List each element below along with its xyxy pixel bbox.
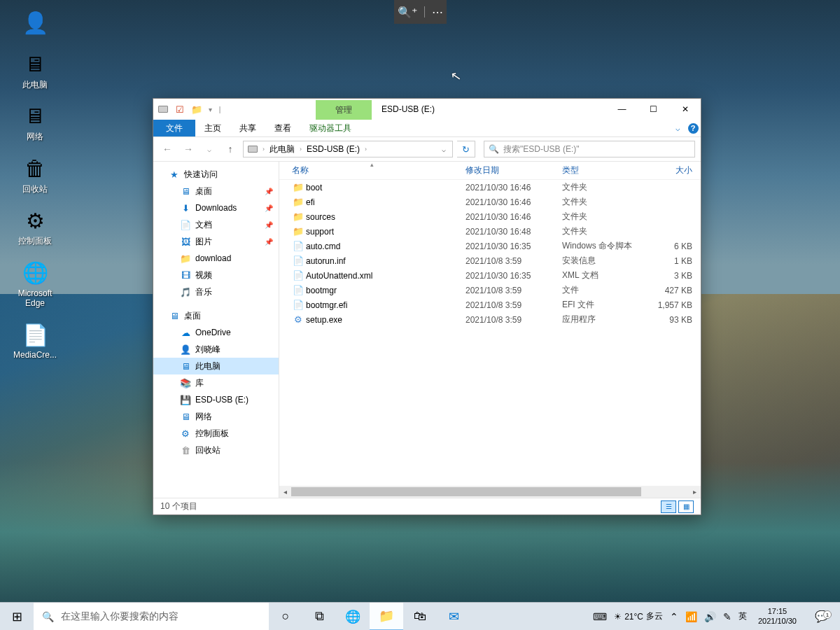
nav-item-回收站[interactable]: 🗑回收站 xyxy=(153,442,279,458)
nav-quick-access[interactable]: ★快速访问 xyxy=(153,166,279,183)
help-button[interactable]: ? xyxy=(685,120,701,136)
ime-icon[interactable]: ✎ xyxy=(723,611,732,622)
horizontal-scrollbar[interactable]: ◂ ▸ xyxy=(279,486,701,498)
chevron-right-icon[interactable]: › xyxy=(260,146,267,153)
tab-home[interactable]: 主页 xyxy=(195,120,230,136)
titlebar[interactable]: ☑ 📁 ▾ | 管理 ESD-USB (E:) — ☐ ✕ xyxy=(153,99,701,120)
tab-file[interactable]: 文件 xyxy=(153,120,195,136)
nav-item-控制面板[interactable]: ⚙控制面板 xyxy=(153,425,279,442)
file-row[interactable]: 📄 auto.cmd 2021/10/30 16:35 Windows 命令脚本… xyxy=(279,239,701,253)
weather-widget[interactable]: ☀ 21°C 多云 xyxy=(614,610,663,622)
nav-item-音乐[interactable]: 🎵音乐 xyxy=(153,284,279,300)
file-row[interactable]: 📄 AutoUnattend.xml 2021/10/30 16:35 XML … xyxy=(279,268,701,283)
clock[interactable]: 17:15 2021/10/30 xyxy=(754,607,801,625)
file-row[interactable]: 📄 bootmgr 2021/10/8 3:59 文件 427 KB xyxy=(279,283,701,298)
nav-item-label: 网络 xyxy=(195,411,212,423)
column-type[interactable]: 类型 xyxy=(562,164,646,176)
tab-drive-tools[interactable]: 驱动器工具 xyxy=(300,120,360,136)
desktop-icon-edge[interactable]: 🌐Microsoft Edge xyxy=(10,259,59,309)
file-row[interactable]: ⚙ setup.exe 2021/10/8 3:59 应用程序 93 KB xyxy=(279,312,701,327)
qat-dropdown-icon[interactable]: ▾ xyxy=(206,106,214,113)
taskbar-edge-icon[interactable]: 🌐 xyxy=(336,603,370,631)
details-view-button[interactable]: ☰ xyxy=(661,500,676,513)
desktop-icon-media-creation[interactable]: 📄MediaCre... xyxy=(10,321,59,360)
nav-item-label: ESD-USB (E:) xyxy=(195,395,248,405)
address-bar[interactable]: › 此电脑 › ESD-USB (E:) › ⌵ xyxy=(243,141,453,158)
file-row[interactable]: 📄 autorun.inf 2021/10/8 3:59 安装信息 1 KB xyxy=(279,253,701,268)
search-input[interactable]: 🔍 搜索"ESD-USB (E:)" xyxy=(484,141,695,158)
clock-date: 2021/10/30 xyxy=(758,617,797,626)
file-row[interactable]: 📁 sources 2021/10/30 16:46 文件夹 xyxy=(279,209,701,224)
back-button[interactable]: ← xyxy=(159,141,176,158)
nav-item-ESD-USB (E:)[interactable]: 💾ESD-USB (E:) xyxy=(153,391,279,408)
file-row[interactable]: 📁 efi 2021/10/30 16:46 文件夹 xyxy=(279,195,701,209)
tab-share[interactable]: 共享 xyxy=(230,120,265,136)
properties-icon[interactable]: ☑ xyxy=(173,102,187,116)
nav-item-桌面[interactable]: 🖥桌面📌 xyxy=(153,183,279,200)
nav-item-网络[interactable]: 🖥网络 xyxy=(153,408,279,425)
address-dropdown-icon[interactable]: ⌵ xyxy=(437,146,451,153)
window-title: ESD-USB (E:) xyxy=(382,104,435,114)
column-size[interactable]: 大小 xyxy=(646,164,701,176)
file-row[interactable]: 📄 bootmgr.efi 2021/10/8 3:59 EFI 文件 1,95… xyxy=(279,298,701,312)
history-dropdown-icon[interactable]: ⌵ xyxy=(201,141,218,158)
desktop-icon-user-folder[interactable]: 👤 xyxy=(10,8,59,38)
action-center-button[interactable]: 💬1 xyxy=(808,610,836,623)
new-folder-icon[interactable]: 📁 xyxy=(190,102,204,116)
ime-language[interactable]: 英 xyxy=(738,610,747,622)
chevron-right-icon[interactable]: › xyxy=(298,146,304,153)
column-date[interactable]: 修改日期 xyxy=(465,164,562,176)
taskbar-store-icon[interactable]: 🛍 xyxy=(403,603,437,631)
file-size: 1 KB xyxy=(646,256,701,266)
ribbon-collapse-icon[interactable]: ⌵ xyxy=(670,120,685,136)
touch-keyboard-icon[interactable]: ⌨ xyxy=(593,611,607,622)
nav-item-库[interactable]: 📚库 xyxy=(153,374,279,391)
item-count: 10 个项目 xyxy=(160,500,197,512)
forward-button[interactable]: → xyxy=(180,141,197,158)
desktop-icon-network[interactable]: 🖥网络 xyxy=(10,102,59,141)
taskbar-mail-icon[interactable]: ✉ xyxy=(437,603,470,631)
nav-item-文档[interactable]: 📄文档📌 xyxy=(153,216,279,233)
file-row[interactable]: 📁 boot 2021/10/30 16:46 文件夹 xyxy=(279,180,701,195)
file-date: 2021/10/30 16:35 xyxy=(465,271,562,281)
desktop-icon-recycle-bin[interactable]: 🗑回收站 xyxy=(10,155,59,194)
up-button[interactable]: ↑ xyxy=(222,141,239,158)
desktop-icon-control-panel[interactable]: ⚙控制面板 xyxy=(10,206,59,246)
task-view-button[interactable]: ⧉ xyxy=(302,603,336,631)
nav-item-download[interactable]: 📁download xyxy=(153,250,279,267)
volume-icon[interactable]: 🔊 xyxy=(704,611,716,622)
minimize-button[interactable]: — xyxy=(606,99,638,120)
breadcrumb-segment[interactable]: ESD-USB (E:) xyxy=(304,144,363,154)
desktop-icon-this-pc[interactable]: 🖥此电脑 xyxy=(10,50,59,90)
taskbar-search-input[interactable]: 🔍 在这里输入你要搜索的内容 xyxy=(34,603,269,631)
nav-item-Downloads[interactable]: ⬇Downloads📌 xyxy=(153,200,279,216)
scroll-right-icon[interactable]: ▸ xyxy=(689,488,701,496)
control-panel-icon: ⚙ xyxy=(21,206,49,234)
icons-view-button[interactable]: ▦ xyxy=(678,500,694,513)
nav-desktop[interactable]: 🖥桌面 xyxy=(153,307,279,324)
start-button[interactable]: ⊞ xyxy=(0,603,34,631)
nav-item-视频[interactable]: 🎞视频 xyxy=(153,267,279,284)
file-row[interactable]: 📁 support 2021/10/30 16:48 文件夹 xyxy=(279,224,701,239)
taskbar-explorer-icon[interactable]: 📁 xyxy=(370,603,403,631)
close-button[interactable]: ✕ xyxy=(669,99,701,120)
maximize-button[interactable]: ☐ xyxy=(638,99,669,120)
tab-view[interactable]: 查看 xyxy=(265,120,300,136)
nav-item-此电脑[interactable]: 🖥此电脑 xyxy=(153,358,279,374)
refresh-button[interactable]: ↻ xyxy=(457,141,475,158)
wifi-icon[interactable]: 📶 xyxy=(685,611,697,622)
scroll-left-icon[interactable]: ◂ xyxy=(279,488,291,496)
icon-label: 回收站 xyxy=(22,184,48,194)
more-icon[interactable]: ⋯ xyxy=(432,6,443,19)
breadcrumb-segment[interactable]: 此电脑 xyxy=(267,144,298,155)
cortana-button[interactable]: ○ xyxy=(269,603,302,631)
tray-overflow-icon[interactable]: ⌃ xyxy=(670,611,678,622)
column-name[interactable]: 名称 xyxy=(292,164,465,176)
nav-item-OneDrive[interactable]: ☁OneDrive xyxy=(153,324,279,341)
nav-item-刘晓峰[interactable]: 👤刘晓峰 xyxy=(153,341,279,358)
chevron-right-icon[interactable]: › xyxy=(363,146,369,153)
nav-item-图片[interactable]: 🖼图片📌 xyxy=(153,233,279,250)
scrollbar-thumb[interactable] xyxy=(291,487,641,496)
zoom-icon[interactable]: 🔍⁺ xyxy=(398,6,417,19)
nav-item-icon: ⬇ xyxy=(180,202,191,214)
